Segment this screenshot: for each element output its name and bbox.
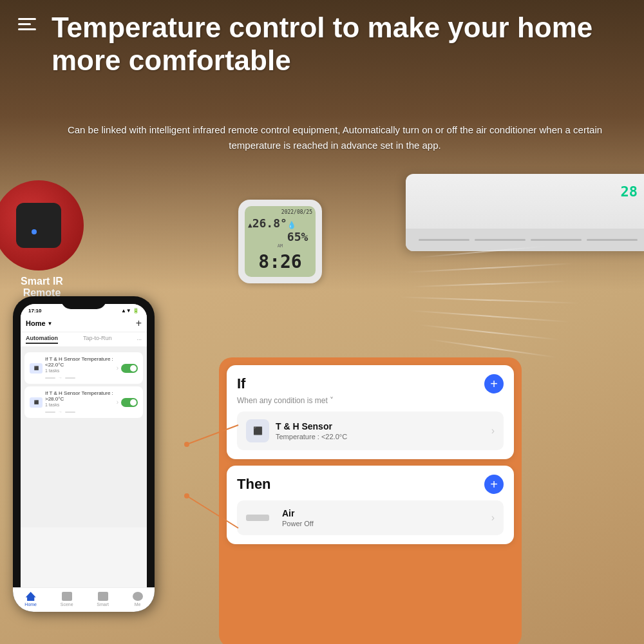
ir-device-dot (32, 229, 37, 234)
air-action: Power Off (282, 520, 314, 527)
bottom-nav-home[interactable]: Home (24, 592, 37, 604)
sensor-readings: ▲26.8° 💧65% (248, 216, 312, 243)
phone-plus[interactable]: + (136, 317, 142, 329)
then-label: Then (237, 476, 271, 493)
sensor-date: 2022/08/25 (248, 209, 312, 215)
automation-text-2: If T & H Sensor Temperature : (45, 390, 114, 396)
if-card: If + When any condition is met ˅ ⬛ T & H… (227, 365, 514, 459)
tab-more[interactable]: ... (137, 335, 142, 344)
automation-item-2[interactable]: ⬛ If T & H Sensor Temperature : >28.0°C … (24, 386, 143, 418)
automation-cards: If + When any condition is met ˅ ⬛ T & H… (227, 365, 514, 544)
air-name: Air (282, 508, 314, 518)
automation-text-1: If T & H Sensor Temperature : (45, 356, 114, 362)
then-card: Then + Air Power Off › (227, 466, 514, 544)
then-card-header: Then + (237, 475, 504, 494)
toggle-1[interactable] (121, 364, 138, 373)
bottom-nav-smart[interactable]: Smart (97, 592, 109, 604)
ir-device (16, 203, 61, 248)
if-label: If (237, 375, 245, 392)
wind-lines (399, 238, 605, 367)
phone-tabs: Automation Tap-to-Run ... (21, 332, 147, 347)
sensor-condition-row[interactable]: ⬛ T & H Sensor Temperature : <22.0°C › (237, 412, 504, 450)
hero-title: Temperature control to make your home mo… (52, 12, 631, 77)
sensor-humidity: 💧65% (287, 216, 312, 243)
ir-circle (0, 180, 84, 270)
phone-body: 17:10 ▲▼ 🔋 Home ▼ + Automation Tap-to-Ru… (13, 296, 155, 612)
chevron-2: › (117, 399, 118, 406)
th-sensor-icon: ⬛ (246, 419, 269, 442)
if-card-header: If + (237, 374, 504, 393)
ac-display: 28 (621, 184, 638, 200)
if-subtitle: When any condition is met ˅ (237, 396, 504, 405)
automation-text-2b: >28.0°C (45, 396, 114, 402)
automation-icon-1: ⬛ (30, 363, 43, 374)
chevron-1: › (117, 365, 118, 372)
home-icon (26, 592, 36, 601)
phone-time: 17:10 (28, 308, 41, 314)
phone-nav-title: Home ▼ (26, 319, 52, 327)
sensor-temp: ▲26.8° (248, 216, 287, 243)
tab-tap-to-run[interactable]: Tap-to-Run (83, 335, 112, 344)
toggle-2[interactable] (121, 398, 138, 407)
automation-text-1b: <22.0°C (45, 362, 114, 368)
automation-list: ⬛ If T & H Sensor Temperature : <22.0°C … (21, 347, 147, 527)
phone-container: 17:10 ▲▼ 🔋 Home ▼ + Automation Tap-to-Ru… (13, 296, 155, 612)
sensor-screen: 2022/08/25 ▲26.8° 💧65% AM 8:26 (245, 206, 316, 277)
then-plus-button[interactable]: + (484, 475, 504, 494)
sensor-name: T & H Sensor (276, 421, 347, 431)
if-plus-button[interactable]: + (484, 374, 504, 393)
sensor-row-chevron: › (491, 425, 495, 437)
phone-signals: ▲▼ 🔋 (121, 308, 139, 314)
smart-icon (98, 592, 108, 601)
automation-sub-2: 1 tasks (45, 402, 114, 407)
air-row-info: Air Power Off (246, 508, 314, 527)
bottom-nav-me[interactable]: Me (133, 592, 143, 604)
temp-sensor: 2022/08/25 ▲26.8° 💧65% AM 8:26 (238, 200, 322, 283)
automation-sub-1: 1 tasks (45, 368, 114, 373)
phone-notch (61, 296, 106, 309)
air-row-chevron: › (491, 512, 495, 524)
tab-automation[interactable]: Automation (26, 335, 58, 344)
sensor-time: 8:26 (248, 251, 312, 272)
scene-icon (62, 592, 72, 601)
automation-item-1[interactable]: ⬛ If T & H Sensor Temperature : <22.0°C … (24, 352, 143, 384)
me-icon (133, 592, 143, 601)
menu-icon[interactable] (18, 18, 36, 30)
automation-icon-2: ⬛ (30, 397, 43, 408)
sensor-row-info: ⬛ T & H Sensor Temperature : <22.0°C (246, 419, 347, 442)
smart-ir-label: Smart IRRemote (0, 276, 90, 299)
air-action-row[interactable]: Air Power Off › (237, 500, 504, 535)
phone-bottom-nav: Home Scene Smart Me (21, 587, 147, 604)
bottom-nav-scene[interactable]: Scene (61, 592, 73, 604)
smart-ir-container: Smart IRRemote (0, 180, 90, 299)
hero-subtitle: Can be linked with intelligent infrared … (52, 122, 618, 153)
sensor-am: AM (248, 243, 312, 249)
phone-screen: 17:10 ▲▼ 🔋 Home ▼ + Automation Tap-to-Ru… (21, 304, 147, 604)
phone-nav: Home ▼ + (21, 315, 147, 332)
air-icon (246, 515, 269, 521)
sensor-condition: Temperature : <22.0°C (276, 433, 347, 440)
